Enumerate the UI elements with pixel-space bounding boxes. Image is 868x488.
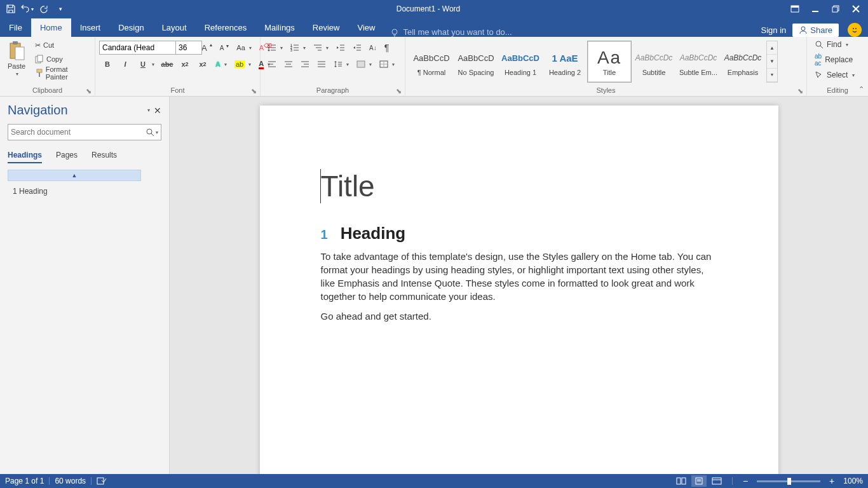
underline-button[interactable]: U▾ [135, 57, 158, 71]
numbering-button[interactable]: 123▾ [287, 41, 309, 55]
nav-tab-headings[interactable]: Headings [8, 151, 42, 163]
style-item-subtle-em-[interactable]: AaBbCcDcSubtle Em... [676, 41, 721, 83]
format-painter-button[interactable]: Format Painter [32, 66, 91, 80]
status-page[interactable]: Page 1 of 1 [5, 477, 44, 485]
tab-insert[interactable]: Insert [71, 18, 110, 37]
italic-button[interactable]: I [117, 57, 133, 71]
save-button[interactable] [4, 2, 18, 16]
svg-rect-4 [832, 7, 837, 12]
navigation-heading-item[interactable]: 1 Heading [8, 184, 161, 199]
strikethrough-button[interactable]: abc [159, 57, 175, 71]
nav-tab-results[interactable]: Results [92, 151, 117, 163]
navigation-search-input[interactable] [11, 128, 146, 137]
view-print-layout-button[interactable] [691, 475, 707, 487]
show-hide-button[interactable]: ¶ [381, 41, 393, 55]
document-page[interactable]: Title 1 Heading To take advantage of thi… [260, 105, 778, 474]
style-item-heading-2[interactable]: 1 AaEHeading 2 [543, 41, 587, 83]
styles-launcher[interactable]: ⬊ [796, 87, 804, 95]
zoom-in-button[interactable]: + [827, 476, 837, 486]
style-item-subtitle[interactable]: AaBbCcDcSubtitle [632, 41, 676, 83]
styles-scroll-up[interactable]: ▲ [767, 41, 777, 55]
body-paragraph-2[interactable]: Go ahead and get started. [321, 309, 717, 323]
style-item--normal[interactable]: AaBbCcD¶ Normal [409, 41, 454, 83]
zoom-level[interactable]: 100% [843, 477, 863, 485]
shading-button[interactable]: ▾ [353, 57, 375, 71]
cut-button[interactable]: ✂Cut [32, 38, 91, 52]
copy-icon [35, 55, 44, 64]
align-left-button[interactable] [264, 57, 280, 71]
paste-button[interactable]: Paste▾ [4, 38, 29, 79]
feedback-smiley-icon[interactable] [848, 23, 862, 37]
change-case-button[interactable]: Aa▾ [233, 41, 254, 55]
justify-button[interactable] [314, 57, 329, 71]
spellcheck-icon[interactable] [97, 477, 107, 485]
redo-button[interactable] [37, 2, 51, 16]
borders-button[interactable]: ▾ [376, 57, 398, 71]
multilevel-list-button[interactable]: ▾ [310, 41, 332, 55]
line-spacing-button[interactable]: ▾ [330, 57, 352, 71]
clipboard-launcher[interactable]: ⬊ [85, 87, 92, 95]
heading-number[interactable]: 1 [321, 227, 328, 242]
zoom-out-button[interactable]: − [740, 476, 750, 486]
document-area[interactable]: Title 1 Heading To take advantage of thi… [170, 97, 868, 474]
navigation-close-button[interactable]: ✕ [154, 105, 161, 116]
select-button[interactable]: Select▾ [811, 69, 858, 81]
style-item-title[interactable]: AaTitle [587, 41, 632, 83]
search-options-button[interactable]: ▾ [156, 130, 158, 135]
styles-scroll-down[interactable]: ▼ [767, 55, 777, 68]
font-name-input[interactable] [99, 41, 178, 55]
shrink-font-button[interactable]: A▾ [217, 41, 233, 55]
status-word-count[interactable]: 60 words [55, 477, 86, 485]
tab-mailings[interactable]: Mailings [255, 18, 304, 37]
zoom-thumb[interactable] [787, 478, 791, 485]
tab-layout[interactable]: Layout [153, 18, 196, 37]
tab-design[interactable]: Design [109, 18, 153, 37]
copy-button[interactable]: Copy [32, 52, 91, 66]
undo-button[interactable]: ▾ [20, 2, 34, 16]
document-title-text[interactable]: Title [320, 169, 717, 203]
qat-customize-button[interactable]: ▾ [53, 2, 67, 16]
navigation-jump-top[interactable]: ▲ [8, 170, 141, 181]
styles-more[interactable]: ▾ [767, 69, 777, 82]
share-button[interactable]: Share [792, 24, 839, 37]
view-web-layout-button[interactable] [709, 475, 724, 487]
font-size-input[interactable] [175, 41, 202, 55]
highlight-button[interactable]: ab▾ [231, 57, 254, 71]
collapse-ribbon-button[interactable]: ⌃ [858, 85, 864, 93]
close-button[interactable] [846, 2, 865, 16]
restore-button[interactable] [826, 2, 845, 16]
sign-in-link[interactable]: Sign in [761, 25, 787, 35]
style-item-heading-1[interactable]: AaBbCcDHeading 1 [498, 41, 543, 83]
style-item-no-spacing[interactable]: AaBbCcDNo Spacing [454, 41, 498, 83]
style-preview: Aa [597, 47, 621, 69]
align-right-button[interactable] [297, 57, 313, 71]
superscript-button[interactable]: x2 [194, 57, 211, 71]
paragraph-launcher[interactable]: ⬊ [395, 87, 402, 95]
increase-indent-button[interactable] [349, 41, 365, 55]
ribbon-display-options-button[interactable] [785, 2, 804, 16]
decrease-indent-button[interactable] [333, 41, 348, 55]
heading-text[interactable]: Heading [341, 224, 406, 243]
tab-home[interactable]: Home [31, 18, 71, 37]
zoom-slider[interactable] [757, 480, 820, 482]
navigation-menu-button[interactable]: ▾ [147, 107, 150, 113]
subscript-button[interactable]: x2 [177, 57, 193, 71]
tab-references[interactable]: References [196, 18, 255, 37]
tab-review[interactable]: Review [304, 18, 349, 37]
nav-tab-pages[interactable]: Pages [56, 151, 78, 163]
align-center-button[interactable] [281, 57, 296, 71]
body-paragraph-1[interactable]: To take advantage of this template's des… [321, 250, 717, 303]
sort-button[interactable]: A↓ [366, 41, 380, 55]
style-item-emphasis[interactable]: AaBbCcDcEmphasis [721, 41, 765, 83]
navigation-search[interactable]: ▾ [8, 124, 161, 140]
tell-me-search[interactable]: Tell me what you want to do... [384, 27, 518, 37]
replace-button[interactable]: abacReplace [811, 51, 858, 69]
tab-view[interactable]: View [348, 18, 384, 37]
bold-button[interactable]: B [99, 57, 116, 71]
view-read-mode-button[interactable] [674, 475, 689, 487]
find-button[interactable]: Find▾ [811, 38, 858, 51]
minimize-button[interactable] [806, 2, 825, 16]
tab-file[interactable]: File [0, 18, 31, 37]
text-effects-button[interactable]: A▾ [212, 57, 230, 71]
font-launcher[interactable]: ⬊ [250, 87, 257, 95]
